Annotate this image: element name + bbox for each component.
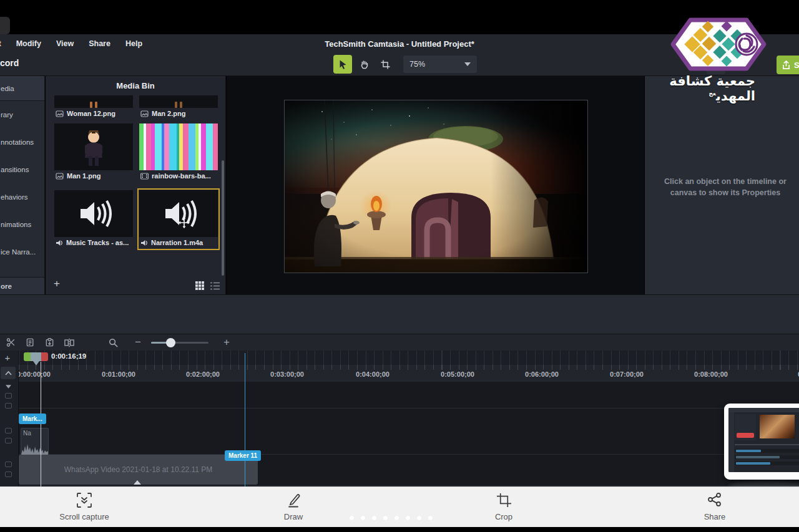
chevron-down-icon bbox=[464, 62, 471, 66]
export-share-button[interactable]: S bbox=[777, 56, 799, 74]
track1-toggle-icon[interactable] bbox=[5, 462, 12, 467]
playback-bar: 00:16 / 02:50 30fps Properties bbox=[0, 294, 799, 334]
collapse-track-icon[interactable] bbox=[4, 383, 12, 390]
scroll-capture-icon bbox=[41, 492, 128, 510]
ruler-label: 0:01:00;00 bbox=[85, 370, 152, 378]
playhead-handle[interactable] bbox=[31, 352, 41, 361]
track3-lock-icon[interactable] bbox=[5, 403, 12, 409]
split-scissors-icon[interactable] bbox=[2, 335, 19, 350]
action-label: Draw bbox=[250, 512, 337, 521]
video-preview[interactable] bbox=[284, 100, 588, 273]
ruler-label: 0:09:0 bbox=[774, 370, 799, 378]
scroll-up-button[interactable] bbox=[1, 367, 16, 379]
sidebar-item-voice-narration[interactable]: ice Narra... bbox=[0, 238, 44, 266]
crop-icon bbox=[460, 492, 547, 510]
clip-notch bbox=[134, 480, 141, 485]
camtasia-app: it Modify View Share Help TechSmith Camt… bbox=[0, 0, 799, 532]
top-notch bbox=[0, 17, 10, 34]
ruler-label: 0:05:00;00 bbox=[424, 370, 491, 378]
timeline-toolbar: − + bbox=[0, 334, 799, 351]
media-thumbnail bbox=[54, 190, 133, 237]
sidebar-item-library[interactable]: rary bbox=[0, 101, 44, 128]
film-icon bbox=[140, 173, 149, 180]
pip-thumbnail bbox=[724, 404, 799, 480]
timeline-marker-1[interactable]: Mark... bbox=[19, 414, 46, 424]
copy-icon[interactable] bbox=[22, 335, 39, 350]
action-label: Share bbox=[671, 512, 758, 521]
menu-modify[interactable]: Modify bbox=[16, 39, 41, 48]
playhead-line[interactable] bbox=[41, 362, 41, 486]
draw-button[interactable]: Draw bbox=[250, 492, 337, 521]
track3-toggle-icon[interactable] bbox=[5, 393, 12, 399]
media-item-name: Music Tracks - as... bbox=[66, 239, 129, 246]
media-item-man2[interactable]: Man 2.png bbox=[139, 95, 218, 119]
ruler-label: 0:04:00;00 bbox=[339, 370, 406, 378]
sidebar-item-transitions[interactable]: ansitions bbox=[0, 156, 44, 183]
sidebar-item-more[interactable]: ore bbox=[0, 277, 44, 294]
page-indicator-dots bbox=[350, 516, 433, 520]
select-tool-button[interactable] bbox=[333, 55, 352, 74]
timeline-ruler[interactable]: 0:00:00;00 0:01:00;00 0:02:00;00 0:03:00… bbox=[19, 365, 799, 382]
track2-toggle-icon[interactable] bbox=[5, 428, 12, 433]
track2-lock-icon[interactable] bbox=[5, 438, 12, 443]
playhead-in-handle[interactable] bbox=[24, 352, 31, 361]
media-thumbnail bbox=[54, 95, 133, 108]
media-item-name: Narration 1.m4a bbox=[151, 239, 203, 246]
export-icon bbox=[782, 60, 790, 70]
menu-edit[interactable]: it bbox=[0, 39, 1, 48]
pip-shadow bbox=[728, 481, 799, 489]
timeline-zoom-out-button[interactable]: − bbox=[130, 335, 146, 350]
sidebar-label: ehaviors bbox=[1, 193, 27, 201]
add-media-button[interactable]: + bbox=[49, 277, 64, 291]
timeline-zoom-in-button[interactable]: + bbox=[218, 335, 235, 350]
canvas-tools: 75% bbox=[333, 55, 477, 74]
canvas-zoom-dropdown[interactable]: 75% bbox=[403, 56, 477, 73]
timeline-zoom-handle[interactable] bbox=[166, 338, 175, 347]
playhead-out-handle[interactable] bbox=[41, 352, 48, 361]
tools-sidebar: edia rary nnotations ansitions ehaviors … bbox=[0, 76, 45, 294]
crop-tool-button[interactable] bbox=[376, 55, 395, 74]
track1-lock-icon[interactable] bbox=[5, 472, 12, 477]
media-thumbnail bbox=[139, 123, 218, 170]
lane-divider bbox=[19, 485, 799, 486]
ruler-label: 0:06:00;00 bbox=[508, 370, 576, 378]
watermark-logo bbox=[668, 15, 769, 74]
ruler-label: 0:03:00;00 bbox=[253, 370, 321, 378]
speaker-icon bbox=[54, 190, 133, 237]
media-item-narration-selected[interactable]: Narration 1.m4a bbox=[139, 190, 218, 248]
paste-icon[interactable] bbox=[41, 335, 57, 350]
timeline-zoom-slider[interactable] bbox=[151, 342, 208, 344]
media-item-name: Man 2.png bbox=[152, 110, 185, 117]
marker-strip[interactable] bbox=[19, 351, 799, 365]
marker11-line bbox=[245, 353, 245, 486]
narration-clip[interactable]: Na bbox=[21, 428, 49, 455]
properties-hint: Click an object on the timeline or canva… bbox=[654, 176, 797, 198]
media-thumbnail bbox=[54, 123, 133, 170]
playhead[interactable] bbox=[24, 352, 48, 362]
action-label: Crop bbox=[460, 512, 547, 521]
sidebar-item-annotations[interactable]: nnotations bbox=[0, 128, 44, 156]
record-button[interactable]: cord bbox=[0, 58, 19, 68]
menu-view[interactable]: View bbox=[56, 39, 74, 48]
media-item-music-tracks[interactable]: Music Tracks - as... bbox=[54, 190, 133, 248]
sidebar-item-behaviors[interactable]: ehaviors bbox=[0, 183, 44, 211]
split-clip-icon[interactable] bbox=[61, 335, 77, 350]
sidebar-item-media[interactable]: edia bbox=[0, 76, 44, 101]
sidebar-item-animations[interactable]: nimations bbox=[0, 211, 44, 238]
pan-tool-button[interactable] bbox=[355, 55, 373, 74]
add-track-button[interactable]: + bbox=[1, 352, 14, 363]
canvas-zoom-value: 75% bbox=[409, 60, 425, 69]
menu-share[interactable]: Share bbox=[89, 39, 110, 48]
list-view-icon[interactable] bbox=[210, 281, 220, 291]
grid-view-icon[interactable] bbox=[195, 281, 205, 291]
menu-help[interactable]: Help bbox=[125, 39, 142, 48]
timeline-marker-11[interactable]: Marker 11 bbox=[225, 450, 261, 461]
media-item-rainbow-bars[interactable]: rainbow-bars-ba... bbox=[139, 123, 218, 181]
share-button[interactable]: Share bbox=[671, 492, 758, 521]
media-item-man1[interactable]: Man 1.png bbox=[54, 123, 133, 181]
export-label: S bbox=[794, 60, 799, 70]
crop-button[interactable]: Crop bbox=[460, 492, 547, 521]
media-item-woman12[interactable]: Woman 12.png bbox=[54, 95, 133, 119]
media-bin-scrollbar[interactable] bbox=[222, 160, 224, 276]
scroll-capture-button[interactable]: Scroll capture bbox=[41, 492, 128, 521]
